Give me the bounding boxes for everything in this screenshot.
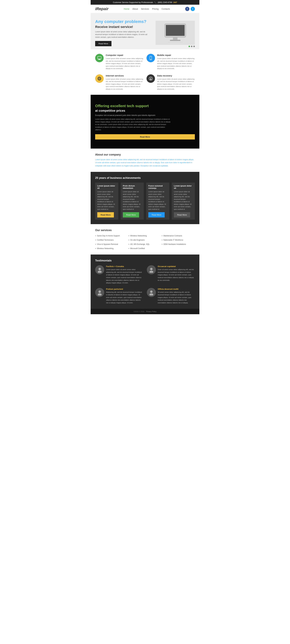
- testimonial-text-1: Lorem ipsum dolor sit amet conse ctetur …: [106, 268, 143, 284]
- about-heading: About our company: [95, 153, 195, 156]
- svg-point-24: [150, 290, 153, 293]
- tech-banner: Offering excellent tech support at compe…: [91, 95, 199, 148]
- topbar-phone: (800) 2345-6789: [158, 1, 172, 4]
- main-nav: Home About Services Pricing Contacts: [124, 8, 170, 10]
- tech-cta-button[interactable]: Read More: [95, 134, 195, 140]
- list-label-10: Wireless Networking: [97, 248, 113, 250]
- service-computer-repair-desc: Lorem ipsum dolor sit amet conse ctetur …: [106, 57, 143, 70]
- service-mobile-repair-content: Mobile repair Lorem ipsum dolor sit amet…: [157, 54, 195, 70]
- logo[interactable]: iRepair: [95, 6, 108, 11]
- hero-headline: Any computer problems?: [95, 19, 153, 24]
- svg-point-23: [98, 293, 102, 296]
- testimonial-content-2: Occaecat cupidatat Dolor sit amet conse …: [158, 265, 195, 282]
- svg-point-19: [98, 271, 102, 273]
- achievement-title-4: Lorem ipsum dolor sit: [174, 185, 193, 189]
- nav-services[interactable]: Services: [141, 8, 149, 10]
- mobile-repair-icon: [147, 54, 155, 62]
- testimonial-3: Pretium parturient Adipiscing elit, sed …: [95, 288, 143, 304]
- testimonial-content-1: Facilisis + Conubia Lorem ipsum dolor si…: [106, 265, 143, 284]
- our-services-section: Our services Same Day In-Home Support Wi…: [91, 224, 199, 254]
- achievement-cta-2[interactable]: Read More: [123, 212, 139, 218]
- service-internet-title: Internet services: [106, 74, 143, 77]
- achievement-cta-4[interactable]: Read More: [174, 212, 190, 218]
- list-item-3: Maintenance Contracts: [162, 234, 195, 237]
- list-label-6: Nationwide IT Workforce: [163, 239, 183, 241]
- bullet-9: [162, 244, 163, 245]
- computer-repair-icon: [95, 54, 104, 62]
- hero-section: Any computer problems? Receive instant s…: [91, 13, 199, 49]
- svg-point-22: [98, 290, 101, 293]
- nav-about[interactable]: About: [132, 8, 138, 10]
- svg-rect-6: [98, 59, 100, 60]
- achievement-card-2: Proin dictum elementum Lorem ipsum dolor…: [121, 182, 144, 220]
- list-item-7: Virus & Spyware Removal: [95, 243, 128, 246]
- service-mobile-repair-desc: Lorem ipsum dolor sit amet conse ctetur …: [157, 57, 195, 70]
- topbar-availability: 24/7: [173, 1, 177, 4]
- list-item-10: Wireless Networking: [95, 247, 128, 250]
- testimonial-avatar-1: [95, 265, 104, 274]
- hero-dot-3[interactable]: [193, 46, 195, 47]
- service-mobile-repair: Mobile repair Lorem ipsum dolor sit amet…: [147, 54, 195, 70]
- hero-body: Lorem ipsum dolor sit amet conse ctetur …: [95, 30, 153, 38]
- services-grid: Computer repair Lorem ipsum dolor sit am…: [95, 54, 195, 90]
- twitter-icon[interactable]: t: [191, 7, 195, 11]
- footer: ©2016 © 2016. Privacy Policy: [91, 309, 199, 314]
- achievement-body-3: Lorem ipsum dolor sit amet conse ctetur …: [148, 190, 167, 210]
- list-label-7: Virus & Spyware Removal: [97, 243, 118, 245]
- testimonial-avatar-2: [147, 265, 156, 274]
- testimonial-content-3: Pretium parturient Adipiscing elit, sed …: [106, 288, 143, 304]
- footer-copyright: ©2016 © 2016.: [134, 310, 145, 312]
- bullet-3: [162, 235, 163, 236]
- achievement-cta-3[interactable]: Read More: [148, 212, 165, 218]
- service-data-recovery-desc: Lorem ipsum dolor sit amet conse ctetur …: [157, 78, 195, 90]
- testimonials-heading: Testimonials: [95, 259, 195, 262]
- list-label-2: Wireless Networking: [130, 235, 147, 237]
- services-section: Computer repair Lorem ipsum dolor sit am…: [91, 49, 199, 95]
- service-internet-content: Internet services Lorem ipsum dolor sit …: [106, 74, 143, 90]
- about-section: About our company Lorem ipsum dolor sit …: [91, 148, 199, 172]
- list-item-4: Certified Technicians: [95, 238, 128, 242]
- nav-pricing[interactable]: Pricing: [152, 8, 159, 10]
- hero-dot-2[interactable]: [191, 46, 192, 47]
- list-item-6: Nationwide IT Workforce: [162, 238, 195, 242]
- tech-subheadline: at competitive prices: [95, 109, 195, 112]
- logo-repair: Repair: [96, 6, 108, 11]
- nav-contacts[interactable]: Contacts: [162, 8, 170, 10]
- testimonial-avatar-4: [147, 288, 156, 297]
- hero-subheadline: Receive instant service!: [95, 25, 153, 29]
- footer-privacy-link[interactable]: Privacy Policy: [146, 310, 156, 312]
- svg-rect-5: [98, 56, 101, 59]
- achievement-card-1: Lorem ipsum dolor sit Lorem ipsum dolor …: [95, 182, 118, 220]
- svg-point-18: [98, 268, 101, 270]
- testimonial-text-2: Dolor sit amet conse ctetur adipiscing e…: [158, 268, 195, 282]
- our-services-heading: Our services: [95, 229, 195, 232]
- header: iRepair Home About Services Pricing Cont…: [91, 5, 199, 13]
- achievement-body-2: Lorem ipsum dolor sit amet conse ctetur …: [123, 190, 142, 210]
- achievement-cta-1[interactable]: Read More: [97, 212, 114, 218]
- tech-subtitle: Excepteur sint occaecat praesent justo d…: [95, 114, 195, 116]
- bullet-11: [128, 248, 129, 249]
- service-internet: Internet services Lorem ipsum dolor sit …: [95, 74, 143, 90]
- bullet-1: [95, 235, 96, 236]
- list-label-4: Certified Technicians: [97, 239, 114, 241]
- facebook-icon[interactable]: f: [185, 7, 189, 11]
- list-label-5: On-site Engineers: [130, 239, 145, 241]
- testimonial-text-3: Adipiscing elit, sed do eiusmod tempor i…: [106, 291, 143, 304]
- service-mobile-repair-title: Mobile repair: [157, 54, 195, 56]
- hero-dot-1[interactable]: [189, 46, 190, 47]
- achievements-grid: Lorem ipsum dolor sit Lorem ipsum dolor …: [95, 182, 195, 220]
- list-item-9: OEM Hardware Installations: [162, 243, 195, 246]
- list-label-11: Microsoft Certified: [130, 248, 145, 250]
- testimonials-grid: Facilisis + Conubia Lorem ipsum dolor si…: [95, 265, 195, 304]
- testimonial-name-1: Facilisis + Conubia: [106, 265, 143, 268]
- hero-cta-button[interactable]: Read More: [95, 41, 111, 46]
- svg-rect-9: [150, 59, 151, 60]
- svg-rect-2: [173, 37, 178, 40]
- testimonial-4: Officia deserunt mollit Sit amet conse c…: [147, 288, 195, 304]
- bullet-2: [128, 235, 129, 236]
- nav-home[interactable]: Home: [124, 8, 129, 10]
- svg-point-25: [149, 293, 153, 296]
- svg-rect-7: [98, 60, 101, 60]
- tech-body: Lorem ipsum dolor sit amet conse ctetur …: [95, 118, 171, 131]
- achievement-card-4: Lorem ipsum dolor sit Lorem ipsum dolor …: [172, 182, 195, 220]
